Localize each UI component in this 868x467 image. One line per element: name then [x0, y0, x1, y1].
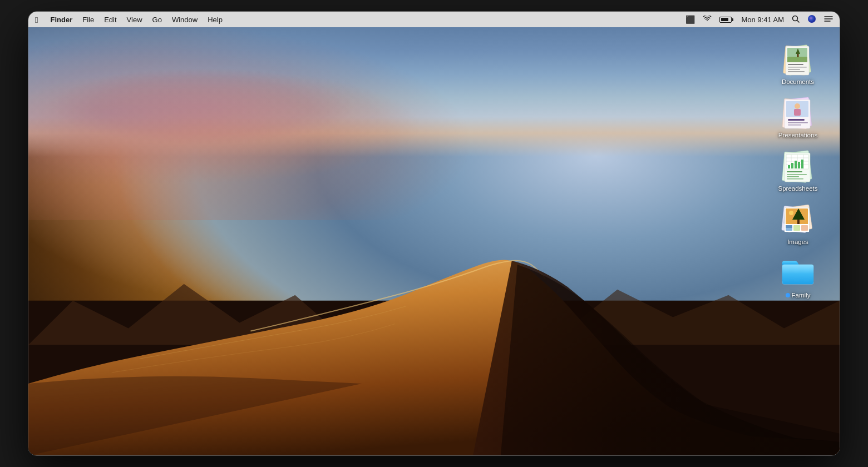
- svg-rect-30: [794, 109, 801, 116]
- menu-bar-right: ⬛ Mon 9:41 AM: [685, 14, 833, 25]
- svg-point-2: [808, 15, 816, 23]
- svg-rect-64: [793, 225, 800, 231]
- svg-line-1: [797, 20, 799, 22]
- desktop-icons: Documents: [773, 38, 823, 301]
- svg-rect-51: [787, 176, 799, 177]
- images-icon-image: [780, 201, 816, 236]
- svg-rect-46: [795, 161, 797, 168]
- svg-rect-45: [791, 163, 793, 168]
- documents-label: Documents: [775, 78, 821, 85]
- documents-icon-image: [780, 41, 816, 76]
- documents-label-text: Documents: [782, 78, 814, 85]
- view-menu[interactable]: View: [127, 16, 142, 24]
- svg-rect-23: [788, 71, 805, 72]
- family-folder-icon-image: [780, 254, 816, 290]
- family-folder-icon[interactable]: Family: [773, 252, 823, 301]
- help-menu[interactable]: Help: [208, 16, 223, 24]
- presentations-icon-image: [780, 94, 816, 130]
- dune-svg: [28, 135, 840, 456]
- documents-icon[interactable]: Documents: [773, 38, 823, 87]
- mac-frame:  Finder File Edit View Go Window Help ⬛: [28, 11, 840, 456]
- svg-rect-22: [788, 69, 800, 70]
- svg-rect-31: [788, 119, 805, 121]
- edit-menu[interactable]: Edit: [104, 16, 116, 24]
- wifi-icon[interactable]: [703, 15, 712, 24]
- apple-menu[interactable]: : [35, 15, 38, 24]
- svg-rect-48: [801, 160, 803, 168]
- notification-center-icon[interactable]: [824, 16, 833, 24]
- svg-point-58: [789, 211, 793, 215]
- svg-rect-20: [788, 64, 803, 65]
- go-menu[interactable]: Go: [152, 16, 162, 24]
- battery-icon[interactable]: [719, 17, 733, 23]
- svg-rect-19: [797, 54, 799, 57]
- svg-rect-65: [801, 225, 808, 231]
- family-label-text: Family: [792, 292, 811, 299]
- svg-rect-49: [787, 171, 802, 172]
- spreadsheets-label-text: Spreadsheets: [778, 185, 818, 192]
- svg-rect-21: [788, 67, 807, 68]
- svg-rect-44: [788, 165, 790, 168]
- svg-rect-63: [786, 225, 792, 228]
- siri-icon[interactable]: [807, 14, 816, 25]
- svg-rect-67: [782, 265, 813, 274]
- svg-rect-47: [798, 162, 800, 168]
- cloud-2: [50, 68, 356, 145]
- svg-point-29: [795, 103, 800, 109]
- file-menu[interactable]: File: [82, 16, 94, 24]
- presentations-label: Presentations: [775, 132, 821, 138]
- menu-bar-left:  Finder File Edit View Go Window Help: [35, 15, 223, 24]
- menu-bar:  Finder File Edit View Go Window Help ⬛: [28, 12, 840, 27]
- svg-rect-52: [787, 178, 803, 180]
- airplay-icon[interactable]: ⬛: [685, 15, 695, 24]
- spreadsheets-label: Spreadsheets: [775, 185, 821, 192]
- family-label: Family: [775, 292, 821, 299]
- svg-rect-32: [788, 122, 808, 123]
- spreadsheets-icon[interactable]: Spreadsheets: [773, 145, 823, 194]
- window-menu[interactable]: Window: [172, 16, 198, 24]
- spreadsheets-icon-image: [780, 147, 816, 183]
- family-dot: [786, 293, 790, 297]
- svg-rect-33: [788, 125, 801, 126]
- images-icon[interactable]: Images: [773, 198, 823, 247]
- svg-rect-50: [787, 174, 807, 175]
- images-label-text: Images: [787, 239, 808, 245]
- spotlight-icon[interactable]: [792, 15, 800, 24]
- finder-menu[interactable]: Finder: [50, 16, 72, 24]
- desktop: Documents: [28, 27, 840, 455]
- wallpaper: [28, 27, 840, 455]
- images-label: Images: [775, 239, 821, 245]
- presentations-label-text: Presentations: [778, 132, 817, 138]
- presentations-icon[interactable]: Presentations: [773, 92, 823, 141]
- clock: Mon 9:41 AM: [741, 16, 784, 24]
- svg-rect-17: [787, 57, 807, 62]
